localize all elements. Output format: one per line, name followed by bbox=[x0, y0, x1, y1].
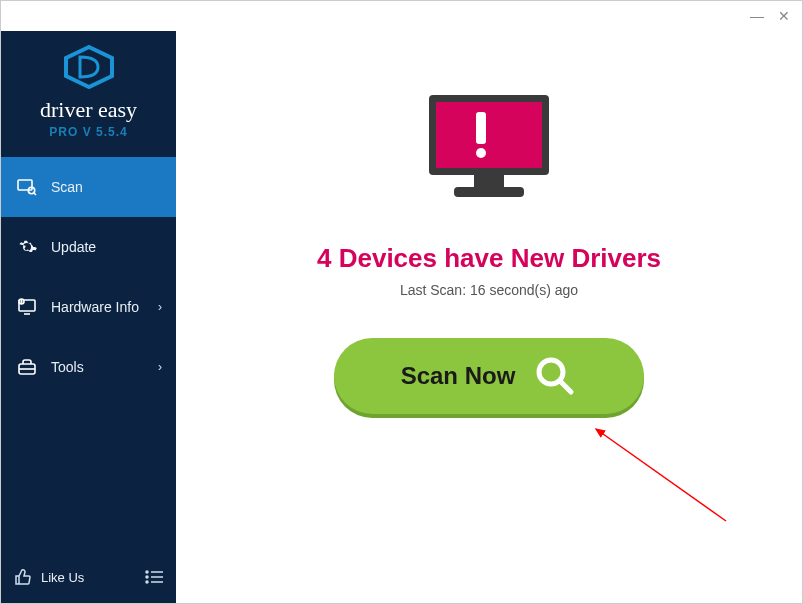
scan-icon bbox=[15, 177, 39, 197]
svg-rect-21 bbox=[436, 102, 542, 168]
alert-monitor-icon bbox=[414, 87, 564, 221]
brand-version: PRO V 5.5.4 bbox=[1, 125, 176, 139]
logo-area: driver easy PRO V 5.5.4 bbox=[1, 31, 176, 149]
nav-item-update[interactable]: Update bbox=[1, 217, 176, 277]
last-scan-text: Last Scan: 16 second(s) ago bbox=[400, 282, 578, 298]
chevron-right-icon: › bbox=[158, 300, 162, 314]
titlebar: — ✕ bbox=[1, 1, 802, 31]
gear-icon bbox=[15, 237, 39, 257]
magnify-icon bbox=[533, 354, 577, 398]
sidebar-bottom: Like Us bbox=[1, 557, 176, 603]
nav-label: Scan bbox=[51, 179, 162, 195]
svg-rect-22 bbox=[476, 112, 486, 144]
main-content: 4 Devices have New Drivers Last Scan: 16… bbox=[176, 31, 802, 603]
menu-list-icon[interactable] bbox=[142, 565, 166, 589]
svg-point-18 bbox=[146, 581, 148, 583]
svg-point-16 bbox=[146, 576, 148, 578]
brand-name: driver easy bbox=[1, 97, 176, 123]
nav-item-scan[interactable]: Scan bbox=[1, 157, 176, 217]
svg-line-28 bbox=[596, 429, 726, 521]
like-us-label: Like Us bbox=[41, 570, 84, 585]
annotation-arrow bbox=[586, 421, 746, 541]
svg-point-14 bbox=[146, 571, 148, 573]
monitor-icon: i bbox=[15, 297, 39, 317]
svg-marker-0 bbox=[66, 47, 112, 87]
scan-now-button[interactable]: Scan Now bbox=[334, 338, 644, 414]
chevron-right-icon: › bbox=[158, 360, 162, 374]
nav-label: Tools bbox=[51, 359, 158, 375]
nav: Scan Update i bbox=[1, 157, 176, 557]
scan-now-label: Scan Now bbox=[401, 362, 516, 390]
svg-point-23 bbox=[476, 148, 486, 158]
nav-item-tools[interactable]: Tools › bbox=[1, 337, 176, 397]
like-us-button[interactable]: Like Us bbox=[11, 565, 134, 589]
thumbs-up-icon bbox=[11, 565, 35, 589]
nav-item-hardware[interactable]: i Hardware Info › bbox=[1, 277, 176, 337]
sidebar: driver easy PRO V 5.5.4 Scan bbox=[1, 31, 176, 603]
nav-label: Hardware Info bbox=[51, 299, 158, 315]
svg-rect-24 bbox=[474, 175, 504, 189]
close-button[interactable]: ✕ bbox=[778, 8, 790, 24]
headline: 4 Devices have New Drivers bbox=[317, 243, 661, 274]
svg-rect-25 bbox=[454, 187, 524, 197]
nav-label: Update bbox=[51, 239, 162, 255]
logo-icon bbox=[62, 45, 116, 93]
svg-text:i: i bbox=[21, 299, 22, 304]
minimize-button[interactable]: — bbox=[750, 8, 764, 24]
svg-line-3 bbox=[34, 193, 36, 195]
toolbox-icon bbox=[15, 357, 39, 377]
svg-line-27 bbox=[560, 381, 571, 392]
